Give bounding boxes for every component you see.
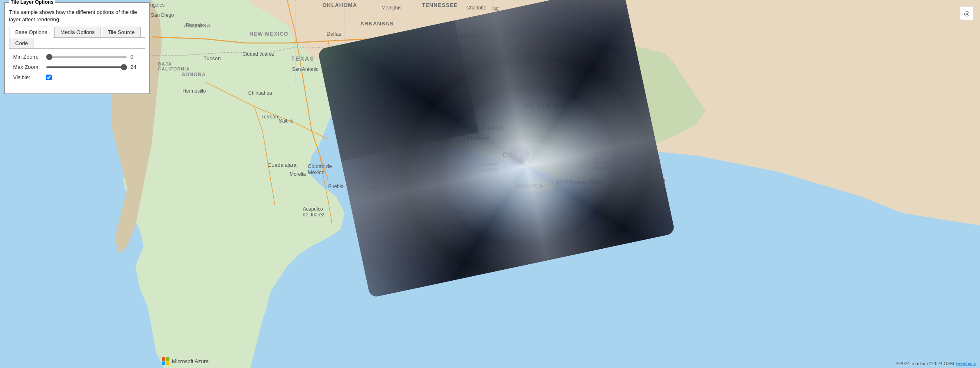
visible-label: Visible: <box>13 74 46 80</box>
copyright-bar: ©2024 TomTom ©2024 OSM Feedback <box>896 361 976 366</box>
location-button[interactable]: ◎ <box>960 6 974 20</box>
azure-branding: Microsoft Azure <box>162 357 209 365</box>
visible-checkbox-container <box>46 75 52 80</box>
visible-row: Visible: <box>13 74 141 80</box>
max-zoom-value: 24 <box>130 64 141 70</box>
tile-layer-panel: Tile Layer Options This sample shows how… <box>4 2 150 94</box>
feedback-link[interactable]: Feedback <box>956 361 976 366</box>
min-zoom-slider[interactable] <box>46 56 127 58</box>
max-zoom-row: Max Zoom: 24 <box>13 64 141 70</box>
min-zoom-label: Min Zoom: <box>13 54 46 60</box>
tab-media-options[interactable]: Media Options <box>54 27 101 37</box>
location-icon: ◎ <box>964 9 970 17</box>
tabs-row2: Code <box>9 38 145 49</box>
min-zoom-row: Min Zoom: 0 <box>13 54 141 60</box>
tab-base-options[interactable]: Base Options <box>9 27 53 38</box>
tab-code[interactable]: Code <box>9 38 34 48</box>
tabs-row1: Base Options Media Options Tile Source <box>9 27 145 38</box>
microsoft-logo <box>162 357 169 365</box>
panel-fieldset: Tile Layer Options This sample shows how… <box>5 2 149 94</box>
controls-section: Min Zoom: 0 Max Zoom: 24 Visible: <box>9 49 145 89</box>
panel-legend-title: Tile Layer Options <box>9 0 55 5</box>
min-zoom-value: 0 <box>130 54 141 60</box>
tab-tile-source[interactable]: Tile Source <box>102 27 141 37</box>
visible-checkbox[interactable] <box>46 75 52 80</box>
panel-description: This sample shows how the different opti… <box>9 9 145 23</box>
max-zoom-slider[interactable] <box>46 66 127 68</box>
max-zoom-slider-container: 24 <box>46 64 141 70</box>
max-zoom-label: Max Zoom: <box>13 64 46 70</box>
min-zoom-slider-container: 0 <box>46 54 141 60</box>
copyright-text: ©2024 TomTom ©2024 OSM <box>896 361 954 366</box>
azure-label: Microsoft Azure <box>172 358 209 364</box>
